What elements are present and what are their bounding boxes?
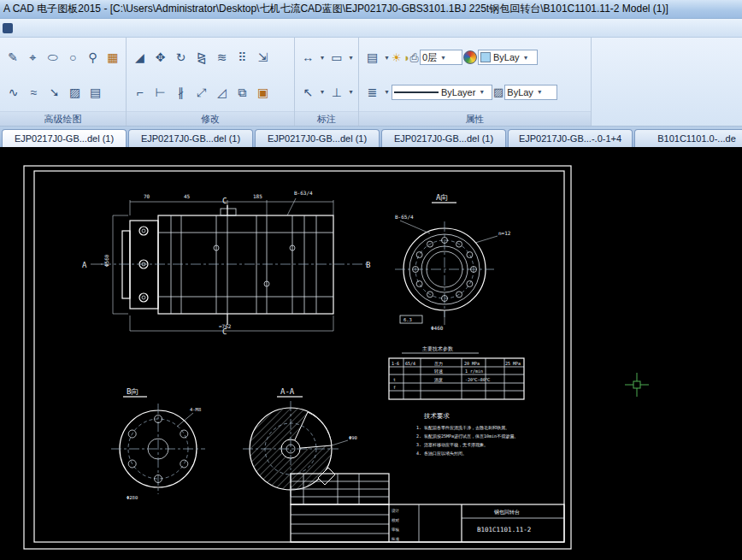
stretch-tool-button[interactable]: ⇲ (253, 47, 273, 68)
layer-select[interactable]: 0层 ▾ (420, 50, 462, 65)
table-tool-button[interactable]: ▦ (103, 47, 122, 68)
table-r3c3: -20℃~80℃ (465, 377, 491, 382)
dim-4m8: 4-M8 (190, 407, 201, 412)
document-tab-6[interactable]: B101C1101.0-...de (634, 129, 742, 147)
ellipse-tool-button[interactable]: ⬭ (44, 47, 62, 68)
erase-tool-button[interactable]: ◢ (130, 47, 150, 68)
parameter-table: 主要技术参数 1-6 65/4 压力 20 MPa 25 MPa 转速 1 r/… (389, 345, 524, 399)
copy-icon: ⧉ (238, 86, 247, 98)
linetype-select[interactable]: ByLayer ▾ (392, 85, 492, 100)
circle-icon: ○ (69, 51, 76, 63)
tech-line-4: 4. 各油口应以堵头封闭。 (416, 451, 467, 457)
group-label-advanced-draw: 高级绘图 (0, 111, 126, 126)
wave-tool-button[interactable]: ∿ (3, 82, 23, 103)
extend-tool-button[interactable]: ⊢ (150, 82, 170, 103)
array-icon: ⠿ (238, 51, 246, 63)
layer-on-sun-icon[interactable]: ☀ (392, 52, 402, 63)
point-tool-button[interactable]: ⌖ (23, 47, 42, 68)
linetype-select-caret: ▾ (478, 88, 486, 96)
scale-icon: ⤢ (197, 86, 206, 98)
lineweight-select[interactable]: ByLay ▾ (504, 85, 557, 100)
image-frame-tool-button[interactable]: ▭ (327, 47, 347, 68)
current-color-swatch (480, 52, 491, 62)
trim-tool-button[interactable]: ⌐ (130, 82, 150, 103)
color-globe-icon[interactable] (463, 50, 477, 64)
image-frame-dropdown-caret[interactable]: ▾ (347, 54, 355, 62)
table-icon: ▦ (107, 51, 118, 63)
move-icon: ✥ (156, 51, 166, 63)
mirror-icon: ⧎ (197, 51, 207, 63)
table-r3c2: 温度 (434, 377, 443, 383)
copy-tool-button[interactable]: ⧉ (233, 82, 252, 103)
linetype-manager-icon: ≣ (368, 86, 378, 98)
spline-icon: ≈ (31, 86, 38, 98)
linetype-manager-caret[interactable]: ▾ (383, 88, 391, 96)
table-r3c1: t (393, 377, 396, 382)
drawing-area[interactable]: 70 45 185 B-63/4 Φ560 ≈762 A B C C A向 B-… (0, 147, 742, 560)
color-select[interactable]: ByLay ▾ (478, 50, 538, 65)
spline-tool-button[interactable]: ≈ (24, 82, 44, 103)
dim-185: 185 (253, 193, 262, 199)
chamfer-tool-button[interactable]: ◿ (212, 82, 232, 103)
paste-tool-button[interactable]: ▣ (253, 82, 273, 103)
lineweight-hatch-icon[interactable]: ▨ (493, 86, 504, 97)
document-tab-5[interactable]: EJP0217J0-GB...-.0-1+4 (508, 129, 633, 147)
pencil-tool-button[interactable]: ✎ (3, 47, 22, 68)
section-aa: A-A Φ90 (243, 387, 357, 497)
offset-tool-button[interactable]: ≋ (212, 47, 232, 68)
document-tabbar: EJP0217J0-GB...del (1) EJP0217J0-GB...de… (0, 127, 742, 147)
layer-freeze-bulb-icon[interactable]: ◑ (403, 52, 409, 63)
child-window-icon[interactable] (3, 23, 13, 33)
chamfer-icon: ◿ (217, 86, 227, 98)
rotate-tool-button[interactable]: ↻ (171, 47, 191, 68)
layer-manager-button[interactable]: ▤ (362, 47, 382, 68)
view-a-label: A向 (436, 193, 448, 202)
document-tab-4[interactable]: EJP0217J0-GB...del (1) (381, 129, 506, 147)
dim-phi280: Φ280 (127, 495, 138, 500)
move-tool-button[interactable]: ✥ (150, 47, 170, 68)
leader-dropdown-caret[interactable]: ▾ (319, 88, 327, 96)
tech-line-2: 2. 装配后按25MPa进行试压，保压10min不得渗漏。 (416, 433, 518, 439)
sheet-tool-button[interactable]: ▤ (85, 82, 105, 103)
document-tab-2[interactable]: EJP0217J0-GB...del (1) (128, 129, 253, 147)
dimension-tool-button[interactable]: ↔ (298, 47, 318, 68)
sheet-frame (24, 166, 571, 549)
main-view: 70 45 185 B-63/4 Φ560 ≈762 A B C C (82, 190, 370, 336)
arrow-tool-button[interactable]: ➘ (44, 82, 64, 103)
table-r1c2: 65/4 (405, 361, 415, 366)
dimension-dropdown-caret[interactable]: ▾ (319, 54, 327, 62)
datum-tool-button[interactable]: ⊥ (327, 82, 347, 103)
linetype-manager-button[interactable]: ≣ (362, 82, 382, 103)
datum-icon: ⊥ (332, 86, 342, 98)
titleblock-c2: 校对 (392, 518, 400, 522)
hatch-tool-button[interactable]: ▨ (65, 82, 85, 103)
dim-phi90: Φ90 (349, 435, 357, 440)
layer-manager-caret[interactable]: ▾ (383, 54, 391, 62)
document-tab-1[interactable]: EJP0217J0-GB...del (1) (2, 129, 127, 147)
erase-icon: ◢ (135, 51, 144, 63)
circle-tool-button[interactable]: ○ (63, 47, 82, 68)
leader-tool-button[interactable]: ↖ (298, 82, 318, 103)
datum-dropdown-caret[interactable]: ▾ (347, 88, 355, 96)
document-tab-3[interactable]: EJP0217J0-GB...del (1) (255, 129, 380, 147)
table-r2c1: 转速 (434, 368, 443, 374)
layer-select-caret: ▾ (439, 54, 447, 62)
array-tool-button[interactable]: ⠿ (233, 47, 252, 68)
leader-icon: ↖ (303, 86, 313, 98)
rotate-icon: ↻ (176, 51, 186, 63)
section-aa-label: A-A (280, 387, 295, 396)
scale-tool-button[interactable]: ⤢ (191, 82, 211, 103)
wave-icon: ∿ (9, 86, 19, 98)
parameter-table-title: 主要技术参数 (422, 345, 453, 352)
layer-print-icon[interactable]: ⎙ (410, 52, 419, 63)
ribbon-group-advanced-draw: ✎ ⌖ ⬭ ○ ⚲ ▦ ∿ ≈ ➘ ▨ ▤ 高级绘图 (0, 38, 127, 126)
dimension-icon: ↔ (302, 51, 314, 63)
mirror-tool-button[interactable]: ⧎ (191, 47, 211, 68)
view-a: A向 B-65/4 n=12 Φ460 6.3 (395, 193, 511, 331)
break-tool-button[interactable]: ∦ (171, 82, 191, 103)
probe-tool-button[interactable]: ⚲ (83, 47, 102, 68)
dim-b654: B-65/4 (395, 214, 414, 220)
mark-c-bottom: C (222, 327, 227, 336)
titleblock-c4: 批准 (391, 537, 400, 541)
drawing-canvas[interactable]: 70 45 185 B-63/4 Φ560 ≈762 A B C C A向 B-… (0, 147, 742, 560)
